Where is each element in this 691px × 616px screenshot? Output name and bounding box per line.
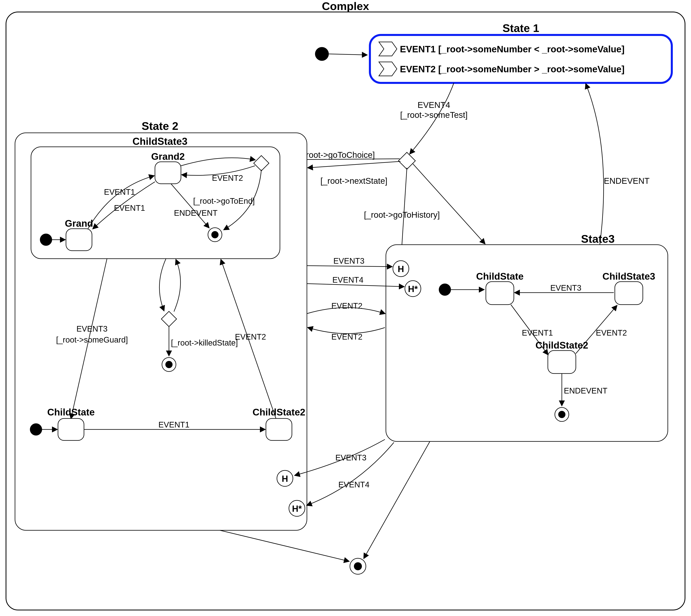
grand-box[interactable]: [66, 229, 92, 251]
s3-cs2-endevent-label: ENDEVENT: [564, 386, 607, 395]
state2-childstate2-title: ChildState2: [253, 407, 305, 417]
state2-mid-final-inner: [165, 361, 172, 368]
cs3-to-cs-event: EVENT3: [76, 324, 108, 333]
cs3-title: ChildState3: [132, 136, 187, 147]
state2-title: State 2: [142, 119, 179, 132]
complex-final-inner: [354, 562, 362, 570]
state3-title: State3: [581, 233, 615, 245]
grand2-box[interactable]: [155, 162, 181, 184]
cs3-final-inner: [211, 231, 218, 238]
s3-cs-cs2-label: EVENT1: [522, 328, 553, 337]
complex-initial: [315, 47, 329, 61]
cs3-initial: [40, 234, 52, 246]
s2-s3-ev2a-label: EVENT2: [331, 302, 362, 310]
state2-childstate2-box[interactable]: [266, 418, 292, 440]
choice-history-label: [_root->goToHistory]: [364, 210, 440, 220]
endevent-label: ENDEVENT: [604, 176, 650, 185]
state1-out-event: EVENT4: [417, 100, 450, 110]
choice-nextstate-label: [_root->nextState]: [320, 176, 387, 185]
state3-initial: [439, 284, 451, 295]
complex-title: Complex: [322, 0, 369, 13]
state3-cs-title: ChildState: [476, 271, 523, 282]
choice-gotochoice-label: [_root->goToChoice]: [299, 150, 375, 160]
state3-childstate2-box[interactable]: [548, 351, 576, 374]
state1-title: State 1: [502, 22, 539, 35]
state3-childstate-box[interactable]: [486, 282, 514, 305]
cs3choice-goend-label: [_root->goToEnd]: [193, 197, 255, 205]
cs3-to-cs-guard: [_root->someGuard]: [56, 335, 128, 344]
cs-to-cs2-label: EVENT1: [159, 420, 190, 429]
s3-cs2-cs3-label: EVENT2: [596, 328, 627, 337]
grand-grand2-ev1b: EVENT1: [114, 203, 145, 212]
state-diagram: Complex State 1 EVENT1 [_root->someNumbe…: [0, 0, 691, 616]
state3-cs3-title: ChildState3: [603, 271, 655, 282]
s3-cs3-to-cs-label: EVENT3: [550, 283, 582, 292]
state3-final-inner: [558, 411, 565, 418]
killedstate-label: [_root->killedState]: [171, 338, 238, 347]
state3-h-label: H: [398, 264, 404, 274]
s3-s2hstar-label: EVENT4: [338, 480, 370, 489]
grand2-title: Grand2: [151, 151, 185, 162]
state2-history-deep-label: H*: [292, 504, 302, 513]
state2-childstate-box[interactable]: [58, 418, 84, 440]
state2-childstate-title: ChildState: [47, 407, 95, 417]
state1-event2-text: EVENT2 [_root->someNumber > _root->someV…: [400, 64, 624, 74]
grand2-to-choice-label: EVENT2: [212, 174, 243, 182]
cs2-to-cs3-label: EVENT2: [235, 332, 266, 341]
state1-box[interactable]: [370, 35, 672, 83]
s2-s3-ev2b-label: EVENT2: [331, 332, 362, 341]
state1-out-guard: [_root->someTest]: [400, 110, 467, 119]
s2-to-s3hstar-label: EVENT4: [332, 276, 363, 284]
state3-childstate3-box[interactable]: [615, 282, 643, 305]
grand2-endevent-label: ENDEVENT: [174, 208, 217, 217]
grand-grand2-ev1a: EVENT1: [104, 188, 135, 196]
state2-history-shallow-label: H: [282, 474, 288, 484]
state2-initial: [30, 423, 42, 436]
s2-to-s3h-label: EVENT3: [333, 257, 364, 265]
s3-s2h-label: EVENT3: [335, 453, 367, 462]
state3-hstar-label: H*: [408, 284, 418, 294]
state1-event1-text: EVENT1 [_root->someNumber < _root->someV…: [400, 44, 624, 54]
